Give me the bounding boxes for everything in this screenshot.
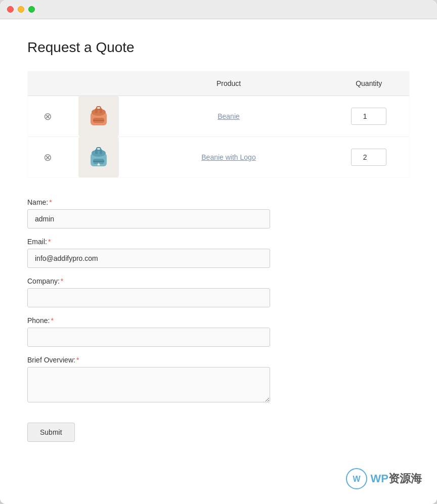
col-quantity-header: Quantity — [329, 71, 410, 96]
company-input[interactable] — [27, 288, 270, 307]
svg-point-8 — [92, 150, 106, 157]
email-required: * — [48, 238, 51, 246]
company-label: Company:* — [27, 277, 410, 285]
remove-item-button[interactable]: ⊗ — [41, 109, 54, 123]
phone-required: * — [51, 316, 53, 325]
company-required: * — [61, 277, 63, 285]
app-window: Request a Quote Product Quantity ⊗ — [0, 0, 437, 504]
overview-input[interactable] — [27, 367, 270, 402]
product-thumbnail: ★ — [78, 137, 119, 177]
remove-item-button[interactable]: ⊗ — [41, 150, 54, 164]
email-group: Email:* — [27, 238, 410, 268]
overview-label: Brief Overview:* — [27, 356, 410, 364]
phone-label: Phone:* — [27, 316, 410, 325]
col-product-header: Product — [129, 71, 329, 96]
svg-point-1 — [92, 109, 106, 116]
product-thumbnail — [78, 96, 119, 136]
name-group: Name:* — [27, 198, 410, 228]
quantity-cell — [329, 137, 410, 178]
quantity-input[interactable] — [351, 108, 386, 125]
quote-form: Name:* Email:* Company:* Phone:* — [27, 198, 410, 442]
titlebar — [0, 0, 437, 19]
email-input[interactable] — [27, 249, 270, 268]
remove-cell: ⊗ — [28, 96, 68, 137]
col-image-header — [68, 71, 129, 96]
minimize-button[interactable] — [18, 6, 24, 13]
product-image-cell — [68, 96, 129, 137]
quantity-input[interactable] — [351, 149, 386, 166]
svg-text:W: W — [353, 475, 361, 483]
email-label: Email:* — [27, 238, 410, 246]
company-group: Company:* — [27, 277, 410, 307]
overview-required: * — [76, 356, 79, 364]
table-row: ⊗ Beanie — [28, 96, 410, 137]
product-name-cell: Beanie with Logo — [129, 137, 329, 178]
main-content: Request a Quote Product Quantity ⊗ — [0, 19, 437, 504]
close-button[interactable] — [7, 6, 14, 13]
product-link[interactable]: Beanie with Logo — [201, 153, 255, 161]
phone-group: Phone:* — [27, 316, 410, 347]
name-label: Name:* — [27, 198, 410, 206]
name-required: * — [49, 198, 52, 206]
svg-rect-13 — [97, 148, 101, 150]
product-name-cell: Beanie — [129, 96, 329, 137]
svg-rect-6 — [97, 107, 101, 109]
table-row: ⊗ ★ Beanie with Lo — [28, 137, 410, 178]
quantity-cell — [329, 96, 410, 137]
watermark: W WP资源海 — [345, 468, 422, 490]
remove-cell: ⊗ — [28, 137, 68, 178]
submit-button[interactable]: Submit — [27, 423, 75, 442]
product-image-cell: ★ — [68, 137, 129, 178]
product-link[interactable]: Beanie — [217, 112, 240, 120]
name-input[interactable] — [27, 209, 270, 228]
svg-text:★: ★ — [97, 162, 101, 167]
col-remove-header — [28, 71, 68, 96]
maximize-button[interactable] — [28, 6, 35, 13]
quote-table: Product Quantity ⊗ — [27, 71, 410, 178]
phone-input[interactable] — [27, 328, 270, 347]
page-title: Request a Quote — [27, 39, 410, 56]
overview-group: Brief Overview:* — [27, 356, 410, 404]
wp-logo-icon: W — [345, 468, 368, 490]
watermark-text: WP资源海 — [371, 471, 422, 486]
